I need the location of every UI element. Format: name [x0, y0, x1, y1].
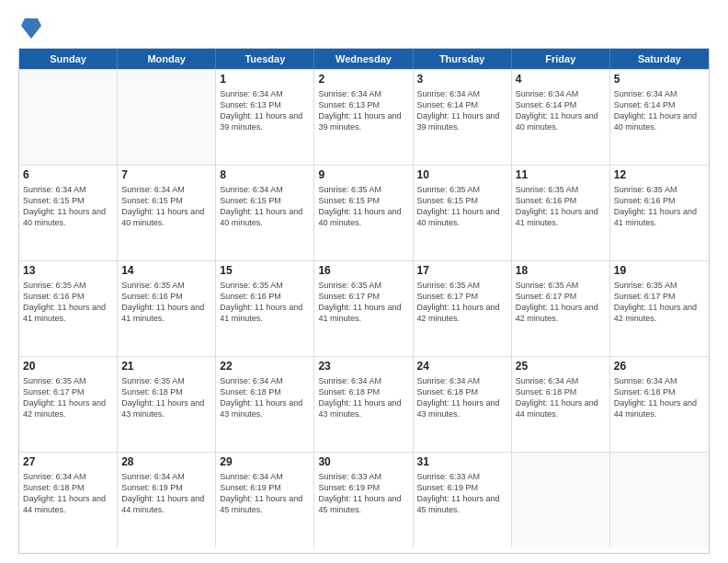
header-day-thursday: Thursday	[414, 49, 512, 69]
calendar-cell	[512, 453, 610, 547]
cell-info: Sunrise: 6:35 AM Sunset: 6:16 PM Dayligh…	[220, 280, 310, 325]
cell-info: Sunrise: 6:34 AM Sunset: 6:14 PM Dayligh…	[516, 88, 606, 133]
cell-info: Sunrise: 6:34 AM Sunset: 6:15 PM Dayligh…	[220, 184, 310, 229]
cell-info: Sunrise: 6:35 AM Sunset: 6:18 PM Dayligh…	[121, 375, 211, 420]
day-number: 18	[516, 264, 606, 279]
cell-info: Sunrise: 6:34 AM Sunset: 6:13 PM Dayligh…	[220, 88, 310, 133]
day-number: 1	[220, 73, 310, 87]
day-number: 8	[220, 168, 310, 183]
day-number: 9	[318, 168, 408, 183]
day-number: 26	[614, 360, 705, 374]
day-number: 27	[23, 455, 113, 470]
header-day-saturday: Saturday	[610, 49, 709, 69]
calendar-cell: 3Sunrise: 6:34 AM Sunset: 6:14 PM Daylig…	[414, 70, 512, 165]
calendar-cell: 10Sunrise: 6:35 AM Sunset: 6:15 PM Dayli…	[414, 166, 512, 260]
day-number: 11	[516, 168, 606, 183]
cell-info: Sunrise: 6:34 AM Sunset: 6:18 PM Dayligh…	[614, 375, 705, 420]
cell-info: Sunrise: 6:34 AM Sunset: 6:18 PM Dayligh…	[417, 375, 507, 420]
day-number: 31	[417, 455, 507, 470]
calendar-cell: 21Sunrise: 6:35 AM Sunset: 6:18 PM Dayli…	[118, 357, 216, 452]
cell-info: Sunrise: 6:35 AM Sunset: 6:15 PM Dayligh…	[318, 184, 408, 229]
calendar-cell: 16Sunrise: 6:35 AM Sunset: 6:17 PM Dayli…	[314, 261, 413, 356]
day-number: 17	[417, 264, 507, 279]
calendar-cell: 19Sunrise: 6:35 AM Sunset: 6:17 PM Dayli…	[610, 261, 709, 356]
cell-info: Sunrise: 6:35 AM Sunset: 6:17 PM Dayligh…	[318, 280, 408, 325]
day-number: 2	[318, 73, 408, 87]
day-number: 14	[121, 264, 211, 279]
calendar-cell: 27Sunrise: 6:34 AM Sunset: 6:18 PM Dayli…	[19, 453, 118, 547]
header-day-wednesday: Wednesday	[314, 49, 413, 69]
calendar-cell: 7Sunrise: 6:34 AM Sunset: 6:15 PM Daylig…	[118, 166, 216, 260]
day-number: 6	[23, 168, 113, 183]
header	[18, 15, 710, 40]
calendar-cell: 26Sunrise: 6:34 AM Sunset: 6:18 PM Dayli…	[610, 357, 709, 452]
cell-info: Sunrise: 6:34 AM Sunset: 6:18 PM Dayligh…	[516, 375, 606, 420]
calendar-cell: 17Sunrise: 6:35 AM Sunset: 6:17 PM Dayli…	[414, 261, 512, 356]
logo	[18, 15, 41, 40]
day-number: 15	[220, 264, 310, 279]
day-number: 5	[614, 73, 705, 87]
calendar-cell: 25Sunrise: 6:34 AM Sunset: 6:18 PM Dayli…	[512, 357, 610, 452]
calendar-cell	[610, 453, 709, 547]
calendar-cell: 15Sunrise: 6:35 AM Sunset: 6:16 PM Dayli…	[216, 261, 314, 356]
day-number: 12	[614, 168, 705, 183]
cell-info: Sunrise: 6:34 AM Sunset: 6:15 PM Dayligh…	[23, 184, 113, 229]
day-number: 13	[23, 264, 113, 279]
calendar-cell: 31Sunrise: 6:33 AM Sunset: 6:19 PM Dayli…	[414, 453, 512, 547]
cell-info: Sunrise: 6:34 AM Sunset: 6:15 PM Dayligh…	[121, 184, 211, 229]
cell-info: Sunrise: 6:35 AM Sunset: 6:16 PM Dayligh…	[516, 184, 606, 229]
cell-info: Sunrise: 6:33 AM Sunset: 6:19 PM Dayligh…	[417, 471, 507, 516]
day-number: 3	[417, 73, 507, 87]
cell-info: Sunrise: 6:35 AM Sunset: 6:15 PM Dayligh…	[417, 184, 507, 229]
cell-info: Sunrise: 6:34 AM Sunset: 6:18 PM Dayligh…	[220, 375, 310, 420]
calendar-header: SundayMondayTuesdayWednesdayThursdayFrid…	[19, 49, 709, 69]
header-day-sunday: Sunday	[19, 49, 118, 69]
calendar-cell: 13Sunrise: 6:35 AM Sunset: 6:16 PM Dayli…	[19, 261, 118, 356]
calendar-row-1: 1Sunrise: 6:34 AM Sunset: 6:13 PM Daylig…	[19, 69, 709, 165]
header-day-friday: Friday	[512, 49, 610, 69]
cell-info: Sunrise: 6:33 AM Sunset: 6:19 PM Dayligh…	[318, 471, 408, 516]
cell-info: Sunrise: 6:34 AM Sunset: 6:18 PM Dayligh…	[318, 375, 408, 420]
calendar-cell: 9Sunrise: 6:35 AM Sunset: 6:15 PM Daylig…	[314, 166, 413, 260]
day-number: 7	[121, 168, 211, 183]
calendar-cell: 11Sunrise: 6:35 AM Sunset: 6:16 PM Dayli…	[512, 166, 610, 260]
day-number: 24	[417, 360, 507, 374]
calendar-cell: 14Sunrise: 6:35 AM Sunset: 6:16 PM Dayli…	[118, 261, 216, 356]
calendar-cell: 23Sunrise: 6:34 AM Sunset: 6:18 PM Dayli…	[314, 357, 413, 452]
calendar-cell: 30Sunrise: 6:33 AM Sunset: 6:19 PM Dayli…	[314, 453, 413, 547]
cell-info: Sunrise: 6:35 AM Sunset: 6:16 PM Dayligh…	[23, 280, 113, 325]
cell-info: Sunrise: 6:35 AM Sunset: 6:16 PM Dayligh…	[121, 280, 211, 325]
day-number: 30	[318, 455, 408, 470]
calendar-cell: 28Sunrise: 6:34 AM Sunset: 6:19 PM Dayli…	[118, 453, 216, 547]
day-number: 22	[220, 360, 310, 374]
cell-info: Sunrise: 6:34 AM Sunset: 6:19 PM Dayligh…	[220, 471, 310, 516]
calendar-cell	[118, 70, 216, 165]
calendar-row-4: 20Sunrise: 6:35 AM Sunset: 6:17 PM Dayli…	[19, 356, 709, 452]
day-number: 25	[516, 360, 606, 374]
header-day-monday: Monday	[118, 49, 216, 69]
calendar-cell: 24Sunrise: 6:34 AM Sunset: 6:18 PM Dayli…	[414, 357, 512, 452]
header-day-tuesday: Tuesday	[216, 49, 314, 69]
day-number: 10	[417, 168, 507, 183]
calendar-body: 1Sunrise: 6:34 AM Sunset: 6:13 PM Daylig…	[19, 69, 709, 547]
calendar-cell: 8Sunrise: 6:34 AM Sunset: 6:15 PM Daylig…	[216, 166, 314, 260]
page: SundayMondayTuesdayWednesdayThursdayFrid…	[0, 0, 728, 563]
cell-info: Sunrise: 6:34 AM Sunset: 6:13 PM Dayligh…	[318, 88, 408, 133]
calendar-cell: 5Sunrise: 6:34 AM Sunset: 6:14 PM Daylig…	[610, 70, 709, 165]
calendar-row-3: 13Sunrise: 6:35 AM Sunset: 6:16 PM Dayli…	[19, 260, 709, 356]
cell-info: Sunrise: 6:35 AM Sunset: 6:17 PM Dayligh…	[23, 375, 113, 420]
calendar-cell: 12Sunrise: 6:35 AM Sunset: 6:16 PM Dayli…	[610, 166, 709, 260]
cell-info: Sunrise: 6:34 AM Sunset: 6:18 PM Dayligh…	[23, 471, 113, 516]
calendar: SundayMondayTuesdayWednesdayThursdayFrid…	[18, 48, 710, 554]
calendar-cell: 20Sunrise: 6:35 AM Sunset: 6:17 PM Dayli…	[19, 357, 118, 452]
day-number: 20	[23, 360, 113, 374]
cell-info: Sunrise: 6:34 AM Sunset: 6:14 PM Dayligh…	[417, 88, 507, 133]
cell-info: Sunrise: 6:35 AM Sunset: 6:17 PM Dayligh…	[516, 280, 606, 325]
calendar-cell: 29Sunrise: 6:34 AM Sunset: 6:19 PM Dayli…	[216, 453, 314, 547]
calendar-cell: 2Sunrise: 6:34 AM Sunset: 6:13 PM Daylig…	[314, 70, 413, 165]
cell-info: Sunrise: 6:35 AM Sunset: 6:16 PM Dayligh…	[614, 184, 705, 229]
calendar-cell: 22Sunrise: 6:34 AM Sunset: 6:18 PM Dayli…	[216, 357, 314, 452]
cell-info: Sunrise: 6:34 AM Sunset: 6:14 PM Dayligh…	[614, 88, 705, 133]
calendar-cell	[19, 70, 118, 165]
cell-info: Sunrise: 6:34 AM Sunset: 6:19 PM Dayligh…	[121, 471, 211, 516]
